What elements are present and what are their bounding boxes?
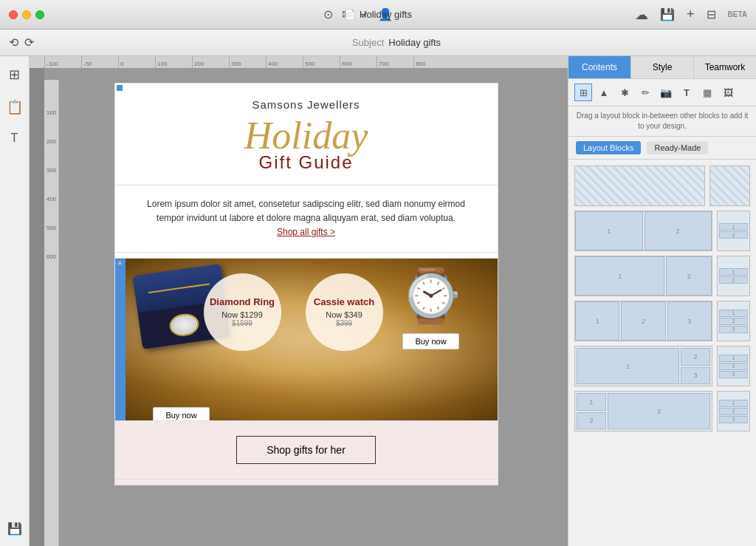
add-icon[interactable]: +	[687, 7, 695, 22]
close-button[interactable]	[9, 10, 18, 19]
layout-tabs: Layout Blocks Ready-Made	[568, 137, 756, 160]
two-column-wide-block-sm[interactable]: 1 2	[717, 256, 750, 296]
panel-tabs: Contents Style Teamwork	[568, 56, 756, 79]
gift-guide: Gift Guide	[130, 152, 483, 173]
panel-icon-layout[interactable]: ⊞	[574, 83, 592, 101]
panel-icon-star[interactable]: ✱	[616, 83, 633, 101]
email-canvas: Samsons Jewellers Holiday Gift Guide Lor…	[114, 83, 498, 485]
layout-row-6: 1 2 3 1 2 3	[574, 391, 750, 431]
shop-gifts-button[interactable]: Shop gifts for her	[236, 436, 376, 464]
layers-icon[interactable]: ⊞	[4, 62, 24, 87]
layout-icon[interactable]: ⊟	[707, 7, 716, 21]
ruler-horizontal: -100 -50 0 100 200 300 400 500 600 700 8…	[30, 56, 568, 68]
asymmetric-left-block[interactable]: 1 2 3	[574, 346, 712, 386]
window-title-area: 📄 Holiday gifts	[344, 9, 412, 20]
asymmetric-left-block-sm[interactable]: 1 2 3	[717, 346, 750, 386]
email-header-section: Samsons Jewellers Holiday Gift Guide	[114, 83, 498, 185]
bottom-separator	[114, 480, 498, 485]
email-text-section[interactable]: Lorem ipsum dolor sit amet, consetetur s…	[114, 185, 498, 253]
layout-blocks-area: 1 2 1 2 1 2 1 2	[568, 160, 756, 546]
buy-ring-button[interactable]: Buy now	[153, 407, 209, 421]
subject-value[interactable]: Holiday gifts	[388, 37, 441, 48]
layout-row-1	[574, 165, 750, 206]
shop-section[interactable]: Shop gifts for her	[114, 421, 498, 480]
ring-display	[168, 312, 200, 338]
layout-row-4: 1 2 3 1 2 3	[574, 301, 750, 341]
panel-icon-camera[interactable]: 📷	[657, 83, 675, 101]
single-column-block[interactable]	[574, 165, 705, 206]
left-sidebar: ⊞ 📋 T 💾	[0, 56, 30, 546]
buy-ring-btn-area: Buy now	[137, 403, 226, 421]
diamond-ring-label: Diamond Ring Now $1299 $1599	[204, 273, 281, 351]
two-column-block-sm[interactable]: 1 2	[717, 211, 750, 251]
separator-section	[114, 253, 498, 259]
jeweller-name: Samsons Jewellers	[130, 98, 483, 111]
layout-blocks-tab[interactable]: Layout Blocks	[576, 141, 641, 154]
watch-display: ⌚	[376, 270, 487, 321]
cassie-watch-price-now: Now $349	[326, 310, 362, 319]
panel-icon-image[interactable]: 🖼	[719, 83, 737, 101]
subject-label: Subject	[352, 37, 384, 48]
maximize-button[interactable]	[35, 10, 44, 19]
ruler-marks-h: -100 -50 0 100 200 300 400 500 600 700 8…	[44, 56, 450, 68]
text-icon[interactable]: T	[7, 127, 23, 149]
single-column-block-sm[interactable]	[709, 165, 750, 206]
main-layout: ⊞ 📋 T 💾 -100 -50 0 100 200 300 400 500 6…	[0, 56, 756, 546]
cassie-watch-price-old: $399	[336, 319, 352, 327]
buy-watch-button[interactable]: Buy now	[402, 333, 458, 349]
pages-icon[interactable]: 📋	[2, 95, 27, 120]
diamond-ring-price-now: Now $1299	[221, 310, 263, 319]
shop-all-link[interactable]: Shop all gifts >	[277, 227, 335, 237]
toolbar-icon-1[interactable]: ⟲	[9, 35, 18, 50]
three-column-block[interactable]: 1 2 3	[574, 301, 712, 341]
save-icon[interactable]: 💾	[660, 7, 675, 21]
products-section[interactable]: ≡	[114, 259, 498, 421]
minimize-button[interactable]	[22, 10, 31, 19]
document-icon: 📄	[344, 9, 356, 20]
save-sidebar-icon[interactable]: 💾	[3, 517, 27, 540]
layout-row-5: 1 2 3 1 2 3	[574, 346, 750, 386]
tab-contents[interactable]: Contents	[568, 56, 631, 78]
traffic-lights	[9, 10, 44, 19]
tab-style[interactable]: Style	[631, 56, 694, 78]
navigation-icon[interactable]: ⊙	[323, 7, 333, 21]
cassie-watch-name: Cassie watch	[314, 296, 374, 308]
layout-row-3: 1 2 1 2	[574, 256, 750, 296]
cassie-watch-product[interactable]: ⌚ Buy now	[376, 262, 487, 410]
resize-handle-tl[interactable]	[117, 85, 123, 91]
canvas-content: 100 200 300 400 500 600 Samsons Jeweller…	[44, 68, 568, 546]
diamond-ring-name: Diamond Ring	[210, 296, 275, 308]
asymmetric-right-block-sm[interactable]: 1 2 3	[717, 391, 750, 431]
layout-row-2: 1 2 1 2	[574, 211, 750, 251]
diamond-ring-price-old: $1599	[232, 319, 252, 327]
panel-icon-row: ⊞ ▲ ✱ ✏ 📷 T ▦ 🖼	[568, 79, 756, 106]
box-hinge	[148, 283, 209, 293]
panel-icon-text[interactable]: T	[678, 83, 695, 101]
holiday-script: Holiday	[130, 117, 483, 155]
tab-teamwork[interactable]: Teamwork	[694, 56, 756, 78]
window-title: Holiday gifts	[360, 9, 412, 20]
panel-icon-grid[interactable]: ▦	[698, 83, 716, 101]
asymmetric-right-block[interactable]: 1 2 3	[574, 391, 712, 431]
beta-badge: BETA	[728, 10, 747, 18]
two-column-wide-block[interactable]: 1 2	[574, 256, 712, 296]
cassie-watch-label: Cassie watch Now $349 $399	[306, 273, 383, 351]
panel-hint: Drag a layout block in-between other blo…	[568, 106, 756, 137]
toolbar: ⟲ ⟳ Subject Holiday gifts	[0, 30, 756, 56]
toolbar-icon-2[interactable]: ⟳	[24, 35, 34, 50]
cloud-icon[interactable]: ☁	[635, 7, 648, 23]
right-panel: Contents Style Teamwork ⊞ ▲ ✱ ✏ 📷 T ▦ 🖼 …	[568, 56, 756, 546]
three-column-block-sm[interactable]: 1 2 3	[717, 301, 750, 341]
ruler-vertical: 100 200 300 400 500 600	[44, 80, 59, 546]
canvas-area: -100 -50 0 100 200 300 400 500 600 700 8…	[30, 56, 568, 546]
ready-made-tab[interactable]: Ready-Made	[647, 141, 708, 154]
buy-watch-btn-area: Buy now	[376, 329, 487, 349]
title-bar: ⊙ ✉ ✓ 👤 📄 Holiday gifts ☁ 💾 + ⊟ BETA	[0, 0, 756, 30]
body-text: Lorem ipsum dolor sit amet, consetetur s…	[137, 197, 475, 240]
panel-icon-pen[interactable]: ✏	[636, 83, 654, 101]
section-marker: ≡	[118, 260, 122, 267]
two-column-block[interactable]: 1 2	[574, 211, 712, 251]
panel-icon-shape[interactable]: ▲	[595, 83, 613, 101]
